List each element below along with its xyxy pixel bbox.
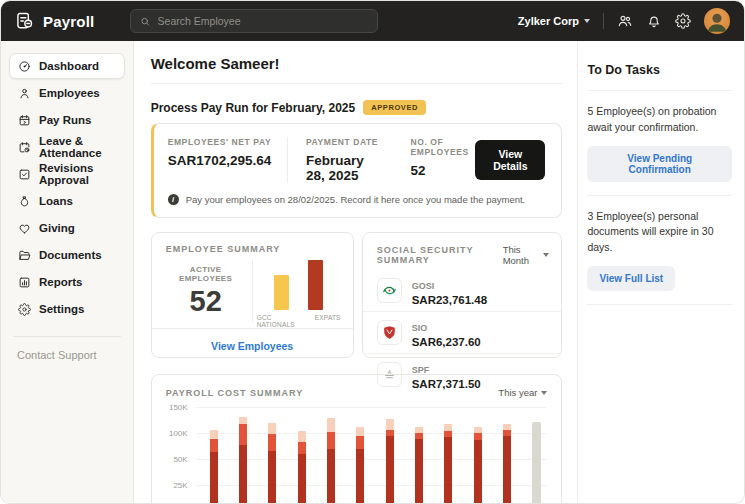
topbar-divider xyxy=(603,13,604,29)
cost-bar xyxy=(268,407,276,504)
view-details-button[interactable]: View Details xyxy=(475,140,545,180)
sidebar-label: Documents xyxy=(39,249,102,261)
payment-date-label: PAYMENT DATE xyxy=(306,137,385,147)
chevron-down-icon xyxy=(541,391,547,395)
todo-task-text: 3 Employee(s) personal documents will ex… xyxy=(587,209,732,256)
social-security-header: SOCIAL SECURITY SUMMARY This Month xyxy=(363,233,562,270)
mini-bar xyxy=(274,275,289,310)
social-row-name: SIO xyxy=(412,323,428,333)
sidebar-item-dashboard[interactable]: Dashboard xyxy=(9,53,125,79)
sidebar-label: Revisions Approval xyxy=(39,162,116,186)
contact-support-link[interactable]: Contact Support xyxy=(9,349,125,361)
info-icon: i xyxy=(168,194,179,205)
chart-bars xyxy=(210,407,542,504)
active-employees-block: ACTIVE EMPLOYEES 52 xyxy=(164,265,248,318)
sidebar-item-revisions-approval[interactable]: Revisions Approval xyxy=(9,161,125,187)
divider xyxy=(151,83,563,84)
cost-bar xyxy=(503,407,511,504)
gear-icon xyxy=(18,303,31,316)
active-employees-count: 52 xyxy=(164,285,248,318)
employee-summary-title: EMPLOYEE SUMMARY xyxy=(152,233,353,254)
main-content: Welcome Sameer! Process Pay Run for Febr… xyxy=(134,41,578,504)
social-row-info: GOSI SAR23,761.48 xyxy=(412,275,487,306)
view-employees-link[interactable]: View Employees xyxy=(211,340,293,352)
sidebar-label: Giving xyxy=(39,222,75,234)
employee-summary-card: EMPLOYEE SUMMARY ACTIVE EMPLOYEES 52 GCC… xyxy=(151,232,354,358)
page-body: Dashboard Employees Pay Runs Leave & Att… xyxy=(1,41,744,504)
mini-chart-bars xyxy=(274,254,323,310)
employee-count-stat: NO. OF EMPLOYEES 52 xyxy=(411,137,476,178)
spf-logo xyxy=(377,362,402,387)
sio-logo xyxy=(377,320,402,345)
sidebar-label: Settings xyxy=(39,303,84,315)
gear-icon[interactable] xyxy=(675,13,691,29)
net-pay-value: SAR1702,295.64 xyxy=(168,153,272,168)
sidebar-item-employees[interactable]: Employees xyxy=(9,80,125,106)
bell-icon[interactable] xyxy=(646,13,662,29)
payroll-logo-icon xyxy=(15,11,35,31)
bar-chart-icon xyxy=(18,276,31,289)
mini-chart-labels: GCC NATIONALS EXPATS xyxy=(257,314,341,328)
cost-bar xyxy=(444,407,452,504)
social-row-amount: SAR6,237.60 xyxy=(412,336,481,348)
summary-cards-row: EMPLOYEE SUMMARY ACTIVE EMPLOYEES 52 GCC… xyxy=(151,232,563,358)
org-selector[interactable]: Zylker Corp xyxy=(518,15,590,27)
user-avatar[interactable] xyxy=(704,8,730,34)
calendar-clock-icon xyxy=(18,141,31,154)
social-row-name: GOSI xyxy=(412,281,435,291)
sidebar-item-leave-attendance[interactable]: Leave & Attendance xyxy=(9,134,125,160)
y-axis-labels: 150K 100K 50K 25K 0 xyxy=(166,407,196,504)
sidebar-label: Loans xyxy=(39,195,73,207)
payrun-title: Process Pay Run for February, 2025 xyxy=(151,101,356,115)
social-row-info: SIO SAR6,237.60 xyxy=(412,317,481,348)
org-name: Zylker Corp xyxy=(518,15,579,27)
employee-count-value: 52 xyxy=(411,163,476,178)
search-bar[interactable] xyxy=(130,9,378,33)
view-pending-confirmation-button[interactable]: View Pending Confirmation xyxy=(587,146,732,182)
cost-bar xyxy=(386,407,394,504)
payroll-cost-title: PAYROLL COST SUMMARY xyxy=(166,388,304,398)
year-filter-value: This year xyxy=(498,387,537,398)
mini-chart-label-expats: EXPATS xyxy=(315,314,341,328)
employee-mini-chart: GCC NATIONALS EXPATS xyxy=(257,254,341,328)
sidebar-item-documents[interactable]: Documents xyxy=(9,242,125,268)
search-input[interactable] xyxy=(158,15,369,27)
y-tick: 50K xyxy=(173,455,187,464)
cost-bar xyxy=(415,407,423,504)
users-icon[interactable] xyxy=(617,13,633,29)
sidebar-item-giving[interactable]: Giving xyxy=(9,215,125,241)
chevron-down-icon xyxy=(543,253,549,257)
sidebar-label: Dashboard xyxy=(39,60,99,72)
view-full-list-button[interactable]: View Full List xyxy=(587,266,675,291)
page-title: Welcome Sameer! xyxy=(151,55,563,72)
social-row-amount: SAR7,371.50 xyxy=(412,378,481,390)
sidebar-label: Leave & Attendance xyxy=(39,135,116,159)
y-tick: 25K xyxy=(173,481,187,490)
payrun-info: i Pay your employees on 28/02/2025. Reco… xyxy=(154,192,562,217)
sidebar-item-pay-runs[interactable]: Pay Runs xyxy=(9,107,125,133)
year-filter-dropdown[interactable]: This year xyxy=(498,387,547,398)
sidebar-item-loans[interactable]: Loans xyxy=(9,188,125,214)
payroll-cost-card: PAYROLL COST SUMMARY This year 150K 100K… xyxy=(151,374,563,504)
social-security-title: SOCIAL SECURITY SUMMARY xyxy=(377,245,503,265)
chevron-down-icon xyxy=(584,19,590,23)
checkbox-icon xyxy=(18,168,31,181)
sidebar-item-settings[interactable]: Settings xyxy=(9,296,125,322)
y-tick: 150K xyxy=(169,403,188,412)
social-row-info: SPF SAR7,371.50 xyxy=(412,359,481,390)
mini-bar xyxy=(308,260,323,310)
cost-bar xyxy=(327,407,335,504)
divider xyxy=(587,304,732,305)
payrun-card: EMPLOYEES' NET PAY SAR1702,295.64 PAYMEN… xyxy=(151,123,563,218)
employee-summary-body: ACTIVE EMPLOYEES 52 GCC NATIONALS EXPATS xyxy=(152,254,353,328)
search-icon xyxy=(140,16,150,27)
payment-date-value: February 28, 2025 xyxy=(306,153,385,183)
sidebar-label: Pay Runs xyxy=(39,114,91,126)
cost-bar xyxy=(298,407,306,504)
social-row-gosi: GOSI SAR23,761.48 xyxy=(363,270,562,312)
period-filter-dropdown[interactable]: This Month xyxy=(503,244,550,266)
sidebar-label: Reports xyxy=(39,276,82,288)
heart-icon xyxy=(18,222,31,235)
sidebar-label: Employees xyxy=(39,87,100,99)
sidebar-item-reports[interactable]: Reports xyxy=(9,269,125,295)
